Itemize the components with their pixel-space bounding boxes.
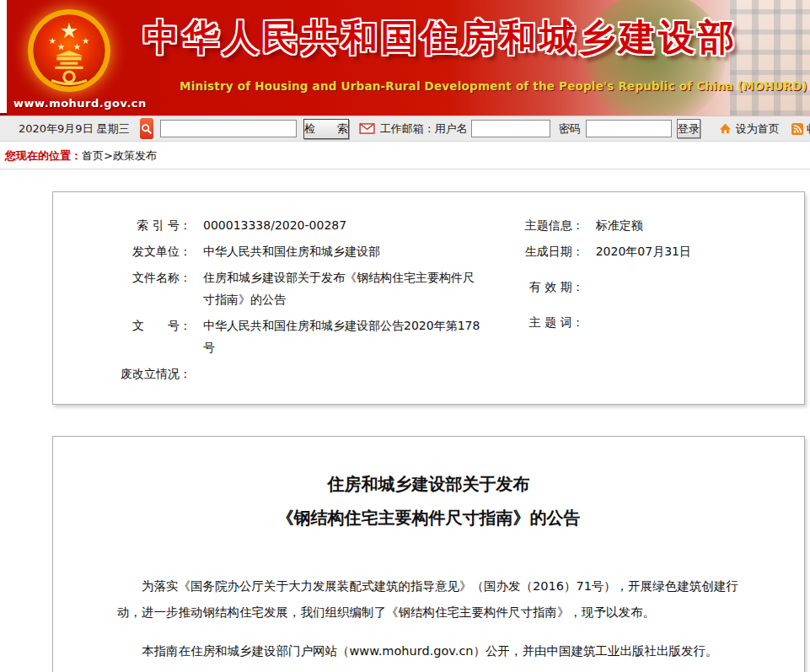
breadcrumb-label: 您现在的位置： [5, 149, 82, 162]
field-label: 生成日期： [486, 240, 584, 262]
header-photo-building [730, 0, 810, 116]
field-generation-date: 生成日期： 2020年07月31日 [486, 240, 782, 262]
breadcrumb-path[interactable]: 首页>政策发布 [82, 149, 157, 162]
username-input[interactable] [471, 120, 550, 137]
mail-label: 工作邮箱： [380, 121, 435, 137]
field-value [584, 311, 782, 333]
search-input[interactable] [160, 120, 297, 137]
announcement-paragraph: 本指南在住房和城乡建设部门户网站（www.mohurd.gov.cn）公开，并由… [117, 638, 738, 664]
info-right-column: 主题信息： 标准定额 生成日期： 2020年07月31日 有 效 期： 主 题 … [486, 214, 782, 389]
home-icon [719, 122, 732, 135]
field-label: 主 题 词： [486, 311, 584, 333]
field-value [191, 363, 486, 384]
field-repeal-status: 废改立情况： [94, 363, 486, 384]
current-date: 2020年9月9日 星期三 [19, 121, 130, 137]
field-label: 主题信息： [486, 214, 584, 236]
field-label: 废改立情况： [94, 363, 191, 384]
field-subject-words: 主 题 词： [486, 311, 782, 333]
svg-text:★: ★ [60, 19, 78, 43]
field-label: 有 效 期： [486, 276, 584, 298]
toolbar: 2020年9月9日 星期三 检 索 工作邮箱： 用户名 密码 登录 设为首页 [0, 116, 810, 142]
site-url: www.mohurd.gov.cn [13, 97, 131, 110]
field-value: 2020年07月31日 [584, 240, 782, 262]
field-value [584, 276, 782, 298]
announcement-panel: 住房和城乡建设部关于发布 《钢结构住宅主要构件尺寸指南》的公告 为落实《国务院办… [52, 436, 805, 672]
field-topic-info: 主题信息： 标准定额 [486, 214, 782, 236]
announcement-body: 为落实《国务院办公厅关于大力发展装配式建筑的指导意见》（国办发（2016）71号… [53, 573, 804, 672]
site-subtitle-english: Ministry of Housing and Urban-Rural Deve… [180, 79, 807, 93]
field-value: 中华人民共和国住房和城乡建设部 [191, 240, 486, 262]
svg-text:★: ★ [49, 35, 56, 46]
mail-icon [359, 123, 375, 134]
username-label: 用户名 [435, 121, 468, 137]
field-value: 中华人民共和国住房和城乡建设部公告2020年第178号 [191, 314, 486, 358]
field-validity-period: 有 效 期： [486, 276, 782, 298]
svg-text:★: ★ [57, 41, 65, 51]
field-index-number: 索 引 号： 000013338/2020-00287 [94, 214, 486, 236]
field-value: 标准定额 [584, 214, 782, 236]
field-document-number: 文 号： 中华人民共和国住房和城乡建设部公告2020年第178号 [94, 314, 486, 358]
national-emblem-icon: ★ ★ ★ ★ ★ [25, 7, 113, 94]
site-title: 中华人民共和国住房和城乡建设部 [143, 13, 738, 62]
svg-text:★: ★ [73, 41, 81, 51]
favorite-link[interactable]: 收 [807, 121, 810, 137]
set-homepage-link[interactable]: 设为首页 [736, 121, 780, 137]
login-button[interactable]: 登录 [677, 119, 700, 138]
field-label: 文 号： [94, 314, 191, 358]
breadcrumb: 您现在的位置：首页>政策发布 [0, 142, 810, 169]
header-banner: ★ ★ ★ ★ ★ www.mohurd.gov.cn 中华人民共和国住房和城乡… [0, 0, 810, 116]
search-button[interactable]: 检 索 [303, 119, 349, 139]
field-issuing-unit: 发文单位： 中华人民共和国住房和城乡建设部 [94, 240, 486, 262]
field-label: 索 引 号： [94, 214, 191, 236]
header-background: ★ ★ ★ ★ ★ www.mohurd.gov.cn 中华人民共和国住房和城乡… [7, 0, 810, 116]
document-info-panel: 索 引 号： 000013338/2020-00287 发文单位： 中华人民共和… [52, 191, 805, 405]
document-info-grid: 索 引 号： 000013338/2020-00287 发文单位： 中华人民共和… [53, 192, 804, 404]
field-value: 住房和城乡建设部关于发布《钢结构住宅主要构件尺寸指南》的公告 [191, 266, 486, 310]
field-value: 000013338/2020-00287 [191, 214, 486, 236]
field-label: 文件名称： [94, 266, 191, 310]
field-label: 发文单位： [94, 240, 191, 262]
search-icon[interactable] [140, 118, 153, 139]
announcement-paragraph: 为落实《国务院办公厅关于大力发展装配式建筑的指导意见》（国办发（2016）71号… [117, 573, 738, 626]
info-left-column: 索 引 号： 000013338/2020-00287 发文单位： 中华人民共和… [94, 214, 486, 389]
field-document-title: 文件名称： 住房和城乡建设部关于发布《钢结构住宅主要构件尺寸指南》的公告 [94, 266, 486, 310]
password-label: 密码 [559, 121, 581, 137]
password-input[interactable] [586, 120, 672, 137]
announcement-title-line2: 《钢结构住宅主要构件尺寸指南》的公告 [53, 501, 804, 535]
rss-favorite-icon [791, 123, 803, 135]
svg-text:★: ★ [82, 35, 89, 46]
announcement-title-line1: 住房和城乡建设部关于发布 [53, 467, 804, 501]
